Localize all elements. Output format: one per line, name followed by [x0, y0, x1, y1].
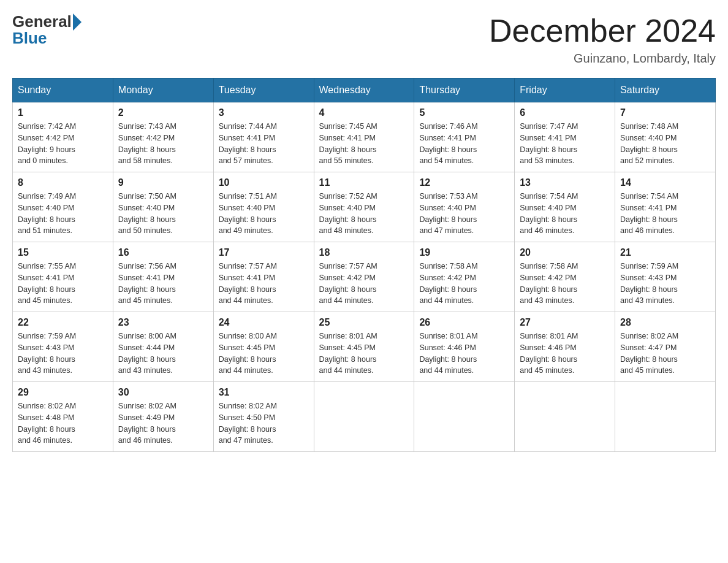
day-number: 22	[18, 317, 108, 328]
calendar-cell: 1Sunrise: 7:42 AMSunset: 4:42 PMDaylight…	[13, 102, 113, 172]
day-info: Sunrise: 7:54 AMSunset: 4:40 PMDaylight:…	[520, 191, 610, 237]
page-header: General Blue December 2024 Guinzano, Lom…	[12, 12, 716, 66]
day-number: 26	[419, 317, 509, 328]
logo-blue: Blue	[12, 29, 47, 48]
day-info: Sunrise: 7:58 AMSunset: 4:42 PMDaylight:…	[419, 261, 509, 307]
calendar-cell: 15Sunrise: 7:55 AMSunset: 4:41 PMDayligh…	[13, 242, 113, 312]
title-section: December 2024 Guinzano, Lombardy, Italy	[489, 12, 716, 66]
month-title: December 2024	[489, 12, 716, 49]
day-info: Sunrise: 7:55 AMSunset: 4:41 PMDaylight:…	[18, 261, 108, 307]
calendar-header-row: SundayMondayTuesdayWednesdayThursdayFrid…	[13, 79, 716, 102]
calendar-cell: 4Sunrise: 7:45 AMSunset: 4:41 PMDaylight…	[314, 102, 414, 172]
day-number: 2	[118, 107, 208, 118]
calendar-cell: 7Sunrise: 7:48 AMSunset: 4:40 PMDaylight…	[615, 102, 716, 172]
calendar-cell: 26Sunrise: 8:01 AMSunset: 4:46 PMDayligh…	[414, 312, 515, 382]
day-number: 1	[18, 107, 108, 118]
day-number: 24	[219, 317, 309, 328]
day-number: 19	[419, 247, 509, 258]
day-number: 29	[18, 387, 108, 398]
calendar-cell: 13Sunrise: 7:54 AMSunset: 4:40 PMDayligh…	[515, 172, 615, 242]
day-number: 14	[620, 177, 710, 188]
calendar-cell: 20Sunrise: 7:58 AMSunset: 4:42 PMDayligh…	[515, 242, 615, 312]
day-info: Sunrise: 7:53 AMSunset: 4:40 PMDaylight:…	[419, 191, 509, 237]
day-info: Sunrise: 8:02 AMSunset: 4:49 PMDaylight:…	[118, 400, 208, 446]
day-info: Sunrise: 7:59 AMSunset: 4:43 PMDaylight:…	[18, 331, 108, 377]
calendar-cell: 10Sunrise: 7:51 AMSunset: 4:40 PMDayligh…	[213, 172, 314, 242]
calendar-cell: 30Sunrise: 8:02 AMSunset: 4:49 PMDayligh…	[113, 382, 213, 452]
calendar-cell: 19Sunrise: 7:58 AMSunset: 4:42 PMDayligh…	[414, 242, 515, 312]
day-info: Sunrise: 7:52 AMSunset: 4:40 PMDaylight:…	[319, 191, 409, 237]
day-info: Sunrise: 7:56 AMSunset: 4:41 PMDaylight:…	[118, 261, 208, 307]
day-number: 11	[319, 177, 409, 188]
day-number: 3	[219, 107, 309, 118]
calendar-week-row: 15Sunrise: 7:55 AMSunset: 4:41 PMDayligh…	[13, 242, 716, 312]
calendar-cell	[414, 382, 515, 452]
day-info: Sunrise: 7:51 AMSunset: 4:40 PMDaylight:…	[219, 191, 309, 237]
day-number: 5	[419, 107, 509, 118]
day-info: Sunrise: 7:50 AMSunset: 4:40 PMDaylight:…	[118, 191, 208, 237]
day-info: Sunrise: 7:49 AMSunset: 4:40 PMDaylight:…	[18, 191, 108, 237]
logo-arrow-icon	[73, 13, 82, 31]
calendar-cell: 17Sunrise: 7:57 AMSunset: 4:41 PMDayligh…	[213, 242, 314, 312]
day-number: 7	[620, 107, 710, 118]
day-info: Sunrise: 8:02 AMSunset: 4:47 PMDaylight:…	[620, 331, 710, 377]
calendar-cell: 3Sunrise: 7:44 AMSunset: 4:41 PMDaylight…	[213, 102, 314, 172]
day-number: 25	[319, 317, 409, 328]
calendar-week-row: 8Sunrise: 7:49 AMSunset: 4:40 PMDaylight…	[13, 172, 716, 242]
day-info: Sunrise: 8:01 AMSunset: 4:46 PMDaylight:…	[520, 331, 610, 377]
weekday-header-saturday: Saturday	[615, 79, 716, 102]
weekday-header-wednesday: Wednesday	[314, 79, 414, 102]
calendar-cell: 28Sunrise: 8:02 AMSunset: 4:47 PMDayligh…	[615, 312, 716, 382]
calendar-cell: 2Sunrise: 7:43 AMSunset: 4:42 PMDaylight…	[113, 102, 213, 172]
calendar-table: SundayMondayTuesdayWednesdayThursdayFrid…	[12, 78, 716, 452]
day-info: Sunrise: 7:44 AMSunset: 4:41 PMDaylight:…	[219, 121, 309, 167]
calendar-cell: 23Sunrise: 8:00 AMSunset: 4:44 PMDayligh…	[113, 312, 213, 382]
day-info: Sunrise: 7:48 AMSunset: 4:40 PMDaylight:…	[620, 121, 710, 167]
day-info: Sunrise: 7:47 AMSunset: 4:41 PMDaylight:…	[520, 121, 610, 167]
calendar-cell: 29Sunrise: 8:02 AMSunset: 4:48 PMDayligh…	[13, 382, 113, 452]
day-number: 9	[118, 177, 208, 188]
day-number: 31	[219, 387, 309, 398]
calendar-week-row: 29Sunrise: 8:02 AMSunset: 4:48 PMDayligh…	[13, 382, 716, 452]
day-info: Sunrise: 7:46 AMSunset: 4:41 PMDaylight:…	[419, 121, 509, 167]
day-number: 8	[18, 177, 108, 188]
day-info: Sunrise: 8:00 AMSunset: 4:44 PMDaylight:…	[118, 331, 208, 377]
calendar-cell: 16Sunrise: 7:56 AMSunset: 4:41 PMDayligh…	[113, 242, 213, 312]
day-info: Sunrise: 8:02 AMSunset: 4:50 PMDaylight:…	[219, 400, 309, 446]
weekday-header-tuesday: Tuesday	[213, 79, 314, 102]
weekday-header-sunday: Sunday	[13, 79, 113, 102]
day-number: 10	[219, 177, 309, 188]
calendar-cell: 8Sunrise: 7:49 AMSunset: 4:40 PMDaylight…	[13, 172, 113, 242]
day-number: 6	[520, 107, 610, 118]
calendar-cell: 9Sunrise: 7:50 AMSunset: 4:40 PMDaylight…	[113, 172, 213, 242]
weekday-header-thursday: Thursday	[414, 79, 515, 102]
day-info: Sunrise: 7:54 AMSunset: 4:41 PMDaylight:…	[620, 191, 710, 237]
calendar-cell	[314, 382, 414, 452]
day-number: 18	[319, 247, 409, 258]
day-number: 20	[520, 247, 610, 258]
calendar-week-row: 22Sunrise: 7:59 AMSunset: 4:43 PMDayligh…	[13, 312, 716, 382]
day-number: 23	[118, 317, 208, 328]
calendar-cell: 22Sunrise: 7:59 AMSunset: 4:43 PMDayligh…	[13, 312, 113, 382]
calendar-cell: 6Sunrise: 7:47 AMSunset: 4:41 PMDaylight…	[515, 102, 615, 172]
day-info: Sunrise: 8:00 AMSunset: 4:45 PMDaylight:…	[219, 331, 309, 377]
calendar-cell: 21Sunrise: 7:59 AMSunset: 4:43 PMDayligh…	[615, 242, 716, 312]
calendar-cell: 11Sunrise: 7:52 AMSunset: 4:40 PMDayligh…	[314, 172, 414, 242]
day-info: Sunrise: 7:57 AMSunset: 4:42 PMDaylight:…	[319, 261, 409, 307]
day-info: Sunrise: 7:45 AMSunset: 4:41 PMDaylight:…	[319, 121, 409, 167]
calendar-week-row: 1Sunrise: 7:42 AMSunset: 4:42 PMDaylight…	[13, 102, 716, 172]
calendar-cell: 5Sunrise: 7:46 AMSunset: 4:41 PMDaylight…	[414, 102, 515, 172]
day-number: 12	[419, 177, 509, 188]
calendar-cell: 14Sunrise: 7:54 AMSunset: 4:41 PMDayligh…	[615, 172, 716, 242]
weekday-header-friday: Friday	[515, 79, 615, 102]
calendar-cell: 27Sunrise: 8:01 AMSunset: 4:46 PMDayligh…	[515, 312, 615, 382]
day-number: 21	[620, 247, 710, 258]
calendar-cell: 31Sunrise: 8:02 AMSunset: 4:50 PMDayligh…	[213, 382, 314, 452]
calendar-cell: 18Sunrise: 7:57 AMSunset: 4:42 PMDayligh…	[314, 242, 414, 312]
day-info: Sunrise: 7:42 AMSunset: 4:42 PMDaylight:…	[18, 121, 108, 167]
day-info: Sunrise: 7:59 AMSunset: 4:43 PMDaylight:…	[620, 261, 710, 307]
day-info: Sunrise: 7:43 AMSunset: 4:42 PMDaylight:…	[118, 121, 208, 167]
weekday-header-monday: Monday	[113, 79, 213, 102]
day-info: Sunrise: 8:01 AMSunset: 4:45 PMDaylight:…	[319, 331, 409, 377]
day-number: 15	[18, 247, 108, 258]
